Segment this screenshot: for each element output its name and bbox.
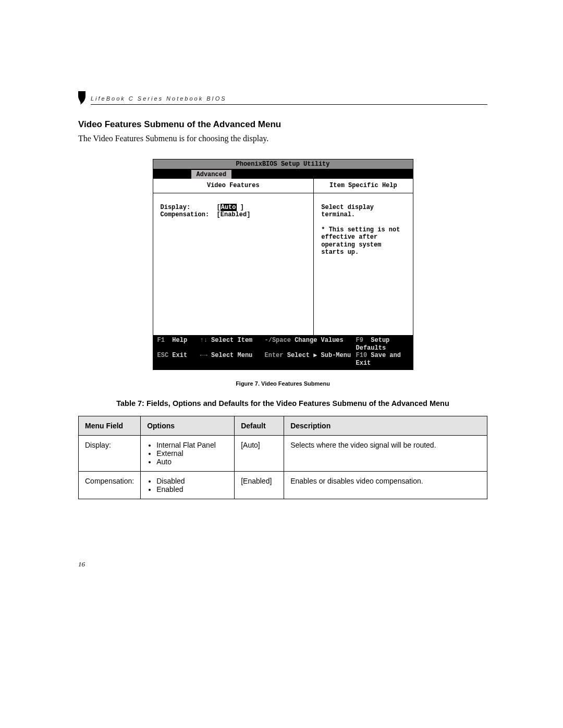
key-enter: Enter [265, 352, 284, 359]
key-f1: F1 [157, 337, 165, 344]
header-mark-icon [78, 91, 85, 105]
bios-footer: F1 Help ↑↓ Select Item -/Space Change Va… [153, 335, 413, 369]
list-item: Auto [156, 458, 228, 466]
bios-field-display: Display: [Auto ] [161, 204, 307, 211]
key-leftright: ←→ [200, 352, 207, 359]
key-f9: F9 [356, 337, 363, 344]
label-select-sub: Select ▶ Sub-Menu [287, 352, 351, 359]
bios-tab-advanced: Advanced [191, 169, 232, 179]
bios-field-compensation: Compensation: [Enabled] [161, 211, 307, 218]
label-exit: Exit [172, 352, 187, 359]
cell-default: [Enabled] [235, 471, 284, 499]
cell-menu-field: Display: [79, 435, 141, 471]
table-header-row: Menu Field Options Default Description [79, 416, 487, 435]
label-help: Help [172, 337, 187, 344]
key-f10: F10 [356, 352, 368, 359]
table-row: Display: Internal Flat Panel External Au… [79, 435, 487, 471]
cell-default: [Auto] [235, 435, 284, 471]
bios-left-title: Video Features [153, 179, 314, 193]
running-head: LifeBook C Series Notebook BIOS [78, 91, 487, 105]
key-updown: ↑↓ [200, 337, 207, 344]
th-menu-field: Menu Field [79, 416, 141, 435]
label-change-values: Change Values [295, 337, 344, 344]
list-item: Disabled [156, 477, 228, 485]
running-head-text: LifeBook C Series Notebook BIOS [91, 95, 227, 102]
cell-options: Internal Flat Panel External Auto [141, 435, 235, 471]
label-select-menu: Select Menu [211, 352, 252, 359]
section-intro: The Video Features Submenu is for choosi… [78, 134, 487, 143]
section-title: Video Features Submenu of the Advanced M… [78, 119, 487, 130]
list-item: Enabled [156, 485, 228, 493]
options-table: Menu Field Options Default Description D… [78, 416, 487, 499]
page-number: 16 [78, 560, 85, 569]
display-value: Auto [221, 204, 237, 211]
bios-tab-row: Advanced [153, 169, 413, 179]
label-select-item: Select Item [211, 337, 252, 344]
cell-description: Selects where the video signal will be r… [284, 435, 487, 471]
cell-options: Disabled Enabled [141, 471, 235, 499]
bios-title: PhoenixBIOS Setup Utility [153, 159, 413, 169]
table-caption: Table 7: Fields, Options and Defaults fo… [78, 399, 487, 408]
key-esc: ESC [157, 352, 169, 359]
list-item: Internal Flat Panel [156, 441, 228, 449]
display-label: Display: [161, 204, 191, 211]
table-row: Compensation: Disabled Enabled [Enabled]… [79, 471, 487, 499]
figure-caption: Figure 7. Video Features Submenu [78, 380, 487, 387]
comp-value: [Enabled] [217, 211, 251, 218]
bios-screenshot: PhoenixBIOS Setup Utility Advanced Video… [153, 159, 413, 370]
th-description: Description [284, 416, 487, 435]
th-default: Default [235, 416, 284, 435]
cell-description: Enables or disables video compensation. [284, 471, 487, 499]
list-item: External [156, 449, 228, 458]
bios-right-title: Item Specific Help [314, 179, 412, 193]
cell-menu-field: Compensation: [79, 471, 141, 499]
comp-label: Compensation: [161, 211, 210, 218]
th-options: Options [141, 416, 235, 435]
bios-help-text: Select display terminal. * This setting … [321, 204, 405, 256]
key-minus-space: -/Space [265, 337, 291, 344]
